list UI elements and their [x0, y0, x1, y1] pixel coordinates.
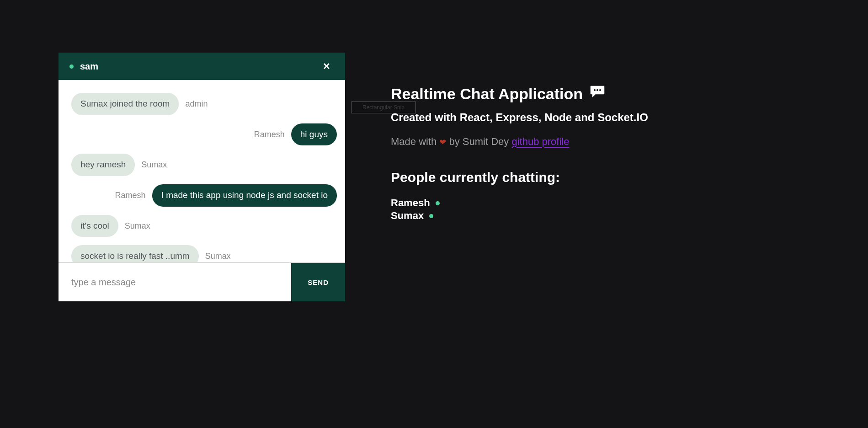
people-list: RameshSumax — [391, 197, 648, 222]
chat-footer: SEND — [59, 262, 345, 301]
made-with-middle: by Sumit Dey — [446, 136, 511, 147]
chat-bubble-icon — [589, 85, 606, 103]
send-button[interactable]: SEND — [291, 263, 345, 301]
chat-messages-area[interactable]: Sumax joined the roomadminRameshhi guysh… — [59, 80, 345, 262]
chat-window: sam ✕ Sumax joined the roomadminRameshhi… — [59, 53, 345, 301]
message-sender-label: Sumax — [205, 251, 231, 261]
message-bubble: Sumax joined the room — [71, 93, 179, 115]
chat-header-user: sam — [69, 61, 98, 72]
person-row: Sumax — [391, 210, 648, 222]
app-subtitle: Created with React, Express, Node and So… — [391, 111, 648, 124]
svg-point-1 — [596, 89, 598, 91]
snip-tool-overlay: Rectangular Snip — [351, 102, 416, 113]
message-bubble: hi guys — [291, 123, 337, 146]
close-icon: ✕ — [323, 61, 330, 71]
message-sender-label: Sumax — [141, 160, 167, 170]
online-indicator-icon — [69, 64, 74, 69]
heart-icon: ❤ — [439, 138, 446, 147]
snip-overlay-label: Rectangular Snip — [362, 104, 405, 111]
message-row: Rameshhi guys — [71, 123, 337, 146]
message-sender-label: Ramesh — [115, 191, 146, 200]
made-with-prefix: Made with — [391, 136, 439, 147]
message-row: it's coolSumax — [71, 215, 337, 237]
svg-point-2 — [599, 89, 601, 91]
online-indicator-icon — [429, 214, 433, 218]
made-with-line: Made with ❤ by Sumit Dey github profile — [391, 136, 648, 148]
message-sender-label: admin — [185, 99, 208, 109]
message-sender-label: Ramesh — [254, 130, 285, 139]
message-row: RameshI made this app using node js and … — [71, 184, 337, 207]
chat-header: sam ✕ — [59, 53, 345, 80]
info-panel: Realtime Chat Application Created with R… — [391, 53, 648, 222]
close-button[interactable]: ✕ — [319, 59, 334, 74]
online-indicator-icon — [436, 201, 440, 205]
app-title-row: Realtime Chat Application — [391, 85, 648, 103]
person-name: Ramesh — [391, 197, 430, 209]
chat-username: sam — [80, 61, 98, 72]
message-row: hey rameshSumax — [71, 154, 337, 176]
people-heading: People currently chatting: — [391, 170, 648, 185]
app-title: Realtime Chat Application — [391, 85, 583, 103]
message-bubble: hey ramesh — [71, 154, 135, 176]
svg-point-0 — [594, 89, 596, 91]
github-profile-link[interactable]: github profile — [511, 136, 569, 147]
person-row: Ramesh — [391, 197, 648, 209]
message-bubble: it's cool — [71, 215, 118, 237]
message-sender-label: Sumax — [125, 221, 150, 231]
person-name: Sumax — [391, 210, 424, 222]
message-bubble: socket io is really fast ..umm — [71, 245, 199, 262]
message-row: Sumax joined the roomadmin — [71, 93, 337, 115]
message-row: socket io is really fast ..ummSumax — [71, 245, 337, 262]
message-bubble: I made this app using node js and socket… — [152, 184, 337, 207]
message-input[interactable] — [59, 263, 291, 301]
